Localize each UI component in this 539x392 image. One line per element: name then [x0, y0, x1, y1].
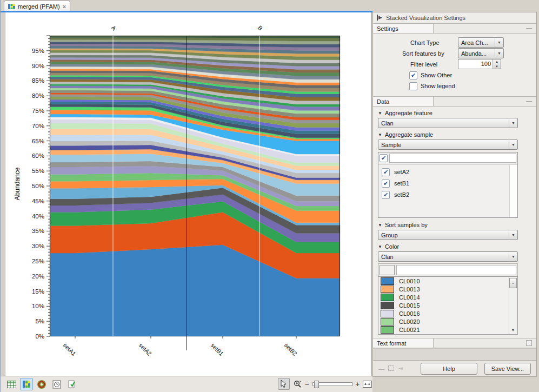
aggregate-feature-dropdown[interactable]: Clan ▼	[378, 118, 518, 128]
dock-panel-icon[interactable]: ⇥	[398, 365, 403, 372]
y-tick-label: 50%	[32, 183, 44, 189]
clan-row[interactable]: CL0021	[378, 325, 517, 334]
clan-color-swatch[interactable]	[381, 302, 394, 309]
y-tick-label: 65%	[32, 138, 44, 144]
minimize-panel-icon[interactable]: —	[378, 366, 384, 372]
filter-level-spinner[interactable]: 100 ▲▼	[458, 59, 501, 69]
show-other-checkbox[interactable]: ✔	[409, 71, 417, 79]
spinner-arrows[interactable]: ▲▼	[493, 59, 501, 69]
color-group[interactable]: ▼ Color	[378, 242, 518, 251]
sample-checkbox[interactable]: ✔	[382, 168, 390, 176]
clan-label: CL0020	[399, 318, 420, 325]
x-tick-label: setB2	[283, 342, 298, 357]
scroll-down-icon[interactable]: ▼	[511, 328, 515, 333]
color-dropdown[interactable]: Clan ▼	[378, 251, 518, 262]
clan-color-swatch[interactable]	[381, 318, 394, 325]
stacked-chart-view-icon[interactable]	[20, 378, 33, 390]
collapse-triangle-icon[interactable]: ▼	[378, 132, 382, 137]
chevron-down-icon[interactable]: ▼	[509, 118, 517, 128]
section-header-text-format[interactable]: Text format	[373, 338, 536, 348]
sample-list-scrollbar[interactable]	[509, 165, 517, 217]
filter-level-value[interactable]: 100	[458, 59, 493, 69]
aggregate-feature-group[interactable]: ▼ Aggregate feature	[378, 109, 518, 117]
section-minimize-icon[interactable]: —	[526, 24, 532, 31]
collapse-triangle-icon[interactable]: ▼	[378, 223, 382, 228]
float-panel-icon[interactable]	[388, 366, 394, 372]
section-header-data[interactable]: Data —	[373, 96, 536, 107]
selection-cursor-icon[interactable]	[278, 378, 290, 390]
show-legend-checkbox[interactable]	[409, 82, 417, 90]
zoom-slider[interactable]	[312, 382, 352, 386]
chevron-down-icon[interactable]: ▼	[509, 252, 517, 261]
sample-row[interactable]: ✔ setA2	[378, 164, 517, 176]
y-tick-label: 90%	[32, 63, 44, 69]
side-panel-header[interactable]: ▶ Stacked Visualization Settings	[373, 12, 536, 23]
section-tab-data[interactable]: Data	[373, 97, 434, 106]
sunburst-view-icon[interactable]	[35, 378, 48, 390]
collapse-triangle-icon[interactable]: ▼	[378, 244, 382, 249]
aggregate-sample-group[interactable]: ▼ Aggregate sample	[378, 130, 518, 139]
tab-merged-pfam[interactable]: merged (PFAM) ×	[4, 1, 70, 11]
chevron-down-icon[interactable]: ▼	[495, 49, 503, 58]
chevron-down-icon[interactable]: ▼	[509, 230, 517, 240]
tab-close-icon[interactable]: ×	[63, 3, 66, 10]
collapse-triangle-icon[interactable]: ▼	[378, 111, 382, 116]
table-view-icon[interactable]	[5, 378, 18, 390]
sample-checkbox[interactable]: ✔	[382, 191, 390, 199]
section-restore-icon[interactable]	[526, 340, 532, 346]
sample-label: setA2	[394, 169, 409, 175]
element-info-view-icon[interactable]	[65, 378, 78, 390]
clan-color-swatch[interactable]	[381, 310, 394, 317]
clan-row[interactable]: CL0020	[378, 317, 517, 325]
clan-row[interactable]: CL0013	[378, 285, 517, 293]
scrollbar-thumb[interactable]: ≡	[509, 278, 517, 288]
clan-color-swatch[interactable]	[381, 326, 394, 334]
clan-list-scrollbar[interactable]: ≡ ▼	[509, 277, 517, 334]
clan-row[interactable]: CL0016	[378, 309, 517, 317]
stacked-area-chart[interactable]: CL0010other-01CL0014other-02CL0015other-…	[50, 36, 340, 336]
chart-editor-area: Abundance CL0010other-01CL0014other-02CL…	[5, 12, 372, 376]
chart-type-dropdown[interactable]: Area Ch... ▼	[458, 37, 504, 48]
y-tick-label: 55%	[32, 168, 44, 174]
clan-color-swatch[interactable]	[381, 294, 394, 301]
color-filter-input[interactable]	[396, 265, 516, 275]
x-tick-label: setA2	[138, 342, 153, 357]
section-header-settings[interactable]: Settings —	[373, 23, 536, 34]
zoom-slider-thumb[interactable]	[314, 381, 319, 388]
clan-color-list: ≡ ▼ CL0010 CL0013 CL0014 CL0015 CL0016 C…	[378, 276, 518, 335]
chevron-down-icon[interactable]: ▼	[495, 38, 503, 47]
section-tab-text-format[interactable]: Text format	[373, 338, 434, 348]
clan-color-swatch[interactable]	[381, 277, 394, 285]
sort-samples-dropdown[interactable]: Group ▼	[378, 230, 518, 240]
select-all-samples-checkbox[interactable]: ✔	[380, 154, 388, 162]
sort-samples-group[interactable]: ▼ Sort samples by	[378, 221, 518, 229]
section-minimize-icon[interactable]: —	[526, 97, 532, 104]
x-tick-label: setA1	[62, 342, 77, 357]
zoom-in-tool-icon[interactable]	[292, 378, 303, 389]
data-section: ▼ Aggregate feature Clan ▼ ▼ Aggregate s…	[373, 107, 536, 338]
help-button[interactable]: Help	[421, 363, 477, 375]
group-label: A	[110, 24, 118, 32]
sample-checkbox[interactable]: ✔	[382, 180, 390, 188]
sample-label: setB2	[394, 191, 409, 198]
zoom-in-icon[interactable]: +	[356, 380, 360, 388]
clan-row[interactable]: CL0010	[378, 277, 517, 285]
section-tab-settings[interactable]: Settings	[373, 24, 434, 33]
aggregate-sample-dropdown[interactable]: Sample ▼	[378, 139, 518, 150]
sort-features-dropdown[interactable]: Abunda... ▼	[458, 48, 504, 58]
y-tick-label: 60%	[32, 152, 44, 159]
clan-color-swatch[interactable]	[381, 285, 394, 293]
blank-color-swatch[interactable]	[380, 265, 395, 275]
fit-width-icon[interactable]	[362, 378, 372, 389]
sample-row[interactable]: ✔ setB1	[378, 176, 517, 187]
collapse-panel-icon[interactable]: ▶	[377, 15, 382, 21]
chevron-down-icon[interactable]: ▼	[509, 140, 517, 149]
y-tick-label: 10%	[32, 303, 44, 309]
save-view-button[interactable]: Save View...	[484, 363, 531, 375]
zoom-out-icon[interactable]: −	[305, 380, 309, 388]
sample-row[interactable]: ✔ setB2	[378, 187, 517, 198]
sample-filter-input[interactable]	[389, 154, 516, 163]
history-view-icon[interactable]	[50, 378, 63, 390]
clan-row[interactable]: CL0014	[378, 293, 517, 301]
clan-row[interactable]: CL0015	[378, 301, 517, 309]
